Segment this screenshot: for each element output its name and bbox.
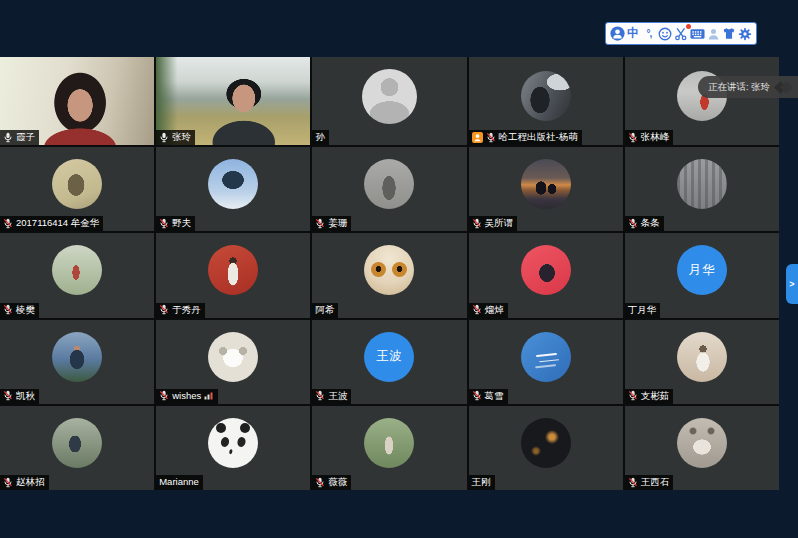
name-tag: 野夫 <box>156 216 195 231</box>
name-tag: 姜珊 <box>312 216 351 231</box>
name-tag: Marianne <box>156 475 203 490</box>
participant-name: 王刚 <box>472 476 491 488</box>
screenshot-icon[interactable] <box>674 25 689 42</box>
avatar: 月华 <box>677 245 727 295</box>
participant-tile[interactable]: 张玲 <box>156 57 310 145</box>
punctuation-icon[interactable]: °, <box>642 25 657 42</box>
avatar <box>677 332 727 382</box>
name-tag: 于秀丹 <box>156 303 205 318</box>
emoji-icon[interactable] <box>658 25 673 42</box>
participant-tile[interactable]: 棱樊 <box>0 233 154 317</box>
avatar-area <box>312 57 466 145</box>
mic-on-icon <box>3 132 13 143</box>
name-tag: 丁月华 <box>625 303 661 318</box>
avatar-text: 月华 <box>688 262 715 279</box>
mic-muted-icon <box>472 218 482 229</box>
mic-muted-icon <box>3 477 13 488</box>
participant-tile[interactable]: 凯秋 <box>0 320 154 404</box>
input-method-toolbar: 中 °, <box>605 22 757 45</box>
mic-muted-icon <box>628 218 638 229</box>
participant-name: 姜珊 <box>328 217 347 229</box>
participant-name: 张玲 <box>172 131 191 143</box>
mic-muted-icon <box>486 132 496 143</box>
speaking-toast: 正在讲话: 张玲 <box>698 76 798 98</box>
participant-tile[interactable]: 薇薇 <box>312 406 466 490</box>
account-icon[interactable] <box>610 25 625 42</box>
toast-logo-icon <box>776 83 791 92</box>
avatar <box>208 159 258 209</box>
participant-name: 阿希 <box>315 304 334 316</box>
participant-tile[interactable]: 姜珊 <box>312 147 466 231</box>
avatar <box>521 332 571 382</box>
participant-tile[interactable]: 于秀丹 <box>156 233 310 317</box>
keyboard-icon[interactable] <box>690 25 705 42</box>
participant-tile[interactable]: 吴所谓 <box>469 147 623 231</box>
meeting-window: 中 °, 霞子 张玲 <box>0 0 798 538</box>
participant-tile[interactable]: wishes <box>156 320 310 404</box>
settings-icon[interactable] <box>738 25 753 42</box>
name-tag: 支彬茹 <box>625 389 674 404</box>
host-icon <box>472 132 483 143</box>
participant-tile[interactable]: 阿希 <box>312 233 466 317</box>
participant-name: 吴所谓 <box>485 217 514 229</box>
mic-muted-icon <box>472 390 482 401</box>
name-tag: 薇薇 <box>312 475 351 490</box>
participant-tile[interactable]: Marianne <box>156 406 310 490</box>
participant-tile[interactable]: 王刚 <box>469 406 623 490</box>
participant-tile[interactable]: 霞子 <box>0 57 154 145</box>
avatar <box>52 332 102 382</box>
participant-tile[interactable]: 哈工程出版社-杨萌 <box>469 57 623 145</box>
participant-tile[interactable]: 张林峰 <box>625 57 779 145</box>
avatar: 王波 <box>364 332 414 382</box>
profile-icon[interactable] <box>706 25 721 42</box>
participant-name: 野夫 <box>172 217 191 229</box>
name-tag: 哈工程出版社-杨萌 <box>469 130 582 145</box>
participant-tile[interactable]: 赵林招 <box>0 406 154 490</box>
avatar <box>521 159 571 209</box>
participant-name: 2017116414 牟金华 <box>16 217 99 229</box>
chevron-right-icon: > <box>789 279 794 289</box>
mic-muted-icon <box>3 304 13 315</box>
participant-tile[interactable]: 支彬茹 <box>625 320 779 404</box>
participant-name: 孙 <box>315 131 325 143</box>
avatar <box>521 71 571 121</box>
participant-name: wishes <box>172 390 201 402</box>
participant-tile[interactable]: 王波 王波 <box>312 320 466 404</box>
participant-name: 丁月华 <box>628 304 657 316</box>
mic-muted-icon <box>315 477 325 488</box>
participant-name: 条条 <box>641 217 660 229</box>
name-tag: 吴所谓 <box>469 216 518 231</box>
participant-tile[interactable]: 熘焯 <box>469 233 623 317</box>
mic-muted-icon <box>3 218 13 229</box>
name-tag: 霞子 <box>0 130 39 145</box>
participant-tile[interactable]: 葛雪 <box>469 320 623 404</box>
participant-name: 凯秋 <box>16 390 35 402</box>
name-tag: 赵林招 <box>0 475 49 490</box>
speaking-toast-text: 正在讲话: 张玲 <box>708 81 770 94</box>
participant-tile[interactable]: 野夫 <box>156 147 310 231</box>
avatar <box>521 418 571 468</box>
avatar <box>208 332 258 382</box>
participant-name: 张林峰 <box>641 131 670 143</box>
name-tag: 棱樊 <box>0 303 39 318</box>
next-page-arrow-button[interactable]: > <box>786 264 798 304</box>
avatar <box>208 245 258 295</box>
participant-tile[interactable]: 王西石 <box>625 406 779 490</box>
participant-name: 葛雪 <box>485 390 504 402</box>
participant-name: 熘焯 <box>485 304 504 316</box>
avatar-text: 王波 <box>376 348 403 365</box>
skin-icon[interactable] <box>722 25 737 42</box>
name-tag: 张玲 <box>156 130 195 145</box>
mic-muted-icon <box>315 390 325 401</box>
name-tag: 孙 <box>312 130 329 145</box>
name-tag: 王波 <box>312 389 351 404</box>
avatar <box>52 418 102 468</box>
participant-tile[interactable]: 2017116414 牟金华 <box>0 147 154 231</box>
chinese-mode-icon[interactable]: 中 <box>626 25 641 42</box>
name-tag: 熘焯 <box>469 303 508 318</box>
participant-tile[interactable]: 孙 <box>312 57 466 145</box>
participant-tile[interactable]: 月华 丁月华 <box>625 233 779 317</box>
participant-tile[interactable]: 条条 <box>625 147 779 231</box>
avatar <box>364 159 414 209</box>
name-tag: 条条 <box>625 216 664 231</box>
